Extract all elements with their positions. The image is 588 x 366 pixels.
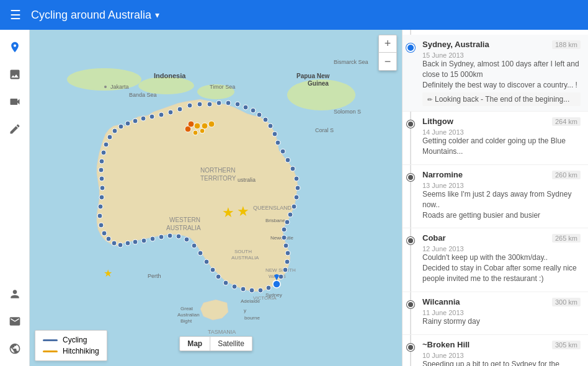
svg-point-91 bbox=[99, 195, 104, 200]
svg-text:Bismarck Sea: Bismarck Sea bbox=[334, 59, 368, 65]
date-6: 10 June 2013 bbox=[422, 352, 581, 359]
svg-text:SOUTH: SOUTH bbox=[234, 249, 252, 254]
main-content: Indonesia Jakarta Banda Sea Timor Sea Pa… bbox=[0, 30, 588, 366]
distance-5: 300 km bbox=[552, 298, 581, 306]
svg-point-88 bbox=[99, 223, 104, 228]
svg-point-37 bbox=[207, 102, 212, 107]
svg-point-98 bbox=[107, 135, 112, 140]
svg-text:Coral S: Coral S bbox=[315, 127, 334, 133]
date-4: 12 June 2013 bbox=[422, 245, 581, 252]
svg-text:Perth: Perth bbox=[148, 273, 161, 279]
svg-point-60 bbox=[285, 251, 290, 256]
svg-point-66 bbox=[258, 288, 263, 293]
svg-point-43 bbox=[257, 112, 262, 117]
menu-icon[interactable]: ☰ bbox=[10, 7, 21, 22]
svg-point-101 bbox=[125, 121, 130, 126]
timeline-dot-6 bbox=[407, 344, 414, 351]
svg-text:Solomon S: Solomon S bbox=[334, 109, 361, 115]
map-type-selector: Map Satellite bbox=[179, 336, 252, 351]
timeline-item-5[interactable]: Wilcannia 300 km 11 June 2013 Rainy stor… bbox=[403, 292, 588, 335]
svg-point-97 bbox=[104, 142, 109, 147]
svg-point-49 bbox=[285, 158, 290, 163]
svg-text:Adelaide: Adelaide bbox=[241, 298, 261, 304]
svg-point-77 bbox=[176, 234, 181, 239]
sidebar-item-globe[interactable] bbox=[2, 336, 27, 361]
timeline-header-6: ~Broken Hill 305 km bbox=[422, 340, 581, 349]
date-3: 13 June 2013 bbox=[422, 182, 581, 189]
timeline-item-2[interactable]: Lithgow 264 km 14 June 2013 Getting cold… bbox=[403, 112, 588, 165]
timeline-item-3[interactable]: Narromine 260 km 13 June 2013 Seems like… bbox=[403, 165, 588, 228]
map-area[interactable]: Indonesia Jakarta Banda Sea Timor Sea Pa… bbox=[30, 30, 402, 366]
zoom-in-button[interactable]: + bbox=[379, 35, 396, 53]
timeline-dot-2 bbox=[407, 120, 414, 128]
timeline-header-1: Sydney, Australia 188 km bbox=[422, 40, 581, 49]
svg-point-120 bbox=[273, 280, 280, 288]
svg-point-103 bbox=[141, 116, 146, 121]
svg-point-99 bbox=[112, 128, 117, 133]
sidebar-item-location[interactable] bbox=[2, 35, 27, 60]
date-2: 14 June 2013 bbox=[422, 128, 581, 136]
app-title: Cycling around Australia ▾ bbox=[31, 9, 159, 22]
sidebar-item-mail[interactable] bbox=[2, 309, 27, 334]
link-1[interactable]: ✏ Looking back - The end of the begining… bbox=[422, 92, 581, 106]
svg-point-111 bbox=[202, 123, 208, 129]
map-type-map-button[interactable]: Map bbox=[180, 337, 210, 350]
svg-point-42 bbox=[251, 108, 256, 113]
timeline-item-4[interactable]: Cobar 265 km 12 June 2013 Couldn't keep … bbox=[403, 228, 588, 292]
svg-point-70 bbox=[223, 280, 228, 285]
location-6: ~Broken Hill bbox=[422, 340, 470, 349]
svg-text:Bight: Bight bbox=[180, 318, 192, 324]
svg-point-74 bbox=[198, 251, 203, 256]
svg-point-108 bbox=[187, 103, 192, 108]
svg-point-78 bbox=[167, 233, 172, 238]
svg-text:ustralia: ustralia bbox=[238, 177, 256, 183]
svg-text:Timor Sea: Timor Sea bbox=[210, 84, 235, 90]
svg-text:y: y bbox=[244, 308, 246, 313]
svg-point-89 bbox=[97, 213, 102, 218]
svg-text:Brisbane: Brisbane bbox=[265, 218, 285, 223]
svg-point-67 bbox=[249, 288, 254, 293]
svg-point-80 bbox=[150, 236, 155, 241]
title-dropdown-icon[interactable]: ▾ bbox=[155, 10, 159, 20]
svg-text:QUEENSLAND: QUEENSLAND bbox=[253, 205, 292, 211]
map-type-satellite-button[interactable]: Satellite bbox=[210, 337, 252, 350]
sidebar-item-photo[interactable] bbox=[2, 62, 27, 87]
svg-point-100 bbox=[118, 124, 123, 129]
svg-text:★: ★ bbox=[237, 203, 249, 219]
zoom-out-button[interactable]: − bbox=[379, 53, 396, 70]
sidebar-item-edit[interactable] bbox=[2, 117, 27, 141]
timeline-dot-5 bbox=[407, 301, 414, 308]
location-3: Narromine bbox=[422, 170, 463, 179]
svg-text:Sydney: Sydney bbox=[265, 292, 282, 298]
svg-text:NEW SOUTH: NEW SOUTH bbox=[265, 267, 296, 273]
svg-point-53 bbox=[294, 195, 299, 200]
svg-point-105 bbox=[159, 112, 164, 117]
svg-point-51 bbox=[294, 176, 299, 181]
svg-text:★: ★ bbox=[222, 205, 234, 220]
sidebar-item-video[interactable] bbox=[2, 89, 27, 114]
hitchhiking-line-icon bbox=[43, 350, 58, 352]
svg-point-57 bbox=[282, 227, 287, 232]
svg-text:AUSTRALIA: AUSTRALIA bbox=[231, 255, 259, 261]
date-1: 15 June 2013 bbox=[422, 51, 581, 59]
timeline-item-1[interactable]: Sydney, Australia 188 km 15 June 2013 Ba… bbox=[403, 35, 588, 112]
legend-hitchhiking: Hitchhiking bbox=[43, 347, 99, 355]
svg-point-115 bbox=[193, 130, 198, 135]
svg-point-61 bbox=[285, 259, 290, 264]
distance-6: 305 km bbox=[552, 341, 581, 349]
timeline-panel[interactable]: Sydney, Australia 188 km 15 June 2013 Ba… bbox=[402, 30, 588, 366]
sidebar-item-user[interactable] bbox=[2, 282, 27, 306]
svg-point-107 bbox=[177, 107, 182, 112]
svg-point-84 bbox=[118, 243, 123, 248]
svg-text:Great: Great bbox=[180, 306, 194, 311]
distance-4: 265 km bbox=[552, 234, 581, 243]
svg-text:Indonesia: Indonesia bbox=[154, 72, 186, 79]
svg-point-92 bbox=[100, 185, 105, 190]
svg-point-110 bbox=[194, 123, 200, 129]
svg-point-63 bbox=[278, 274, 283, 279]
timeline-item-6[interactable]: ~Broken Hill 305 km 10 June 2013 Speedin… bbox=[403, 335, 588, 366]
timeline-dot-1 bbox=[406, 43, 415, 52]
svg-point-7 bbox=[104, 86, 107, 88]
timeline-dot-3 bbox=[407, 174, 414, 181]
timeline-dot-4 bbox=[407, 237, 414, 244]
